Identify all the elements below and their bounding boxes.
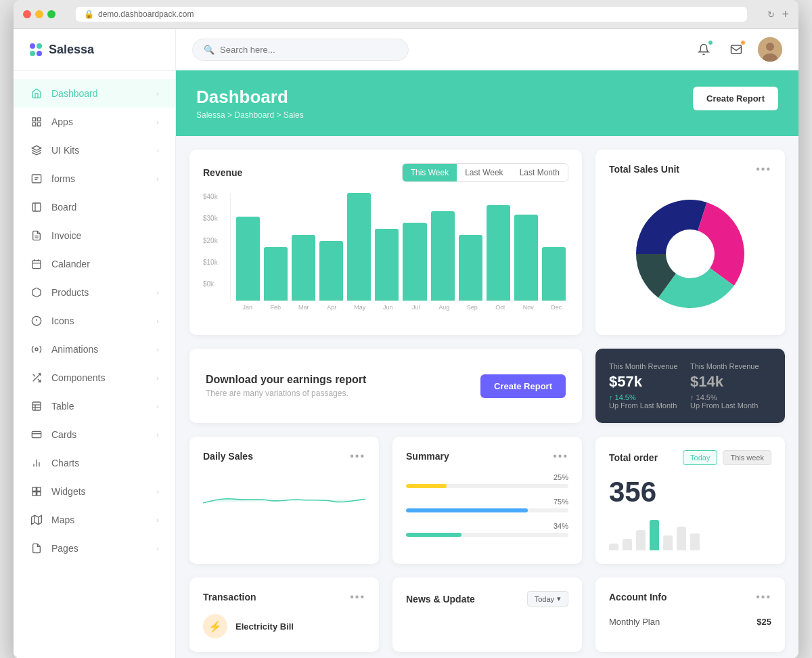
avatar[interactable]: [758, 37, 782, 62]
nav-label: Charts: [51, 458, 79, 468]
bar: [403, 223, 426, 301]
total-order-header: Total order Today This week: [609, 450, 771, 465]
revenue-card-header: Revenue This Week Last Week Last Month: [203, 163, 568, 182]
sidebar-item-calander[interactable]: Calander: [14, 250, 175, 278]
account-plan-row: Monthly Plan $25: [609, 614, 771, 630]
account-card: Account Info ••• Monthly Plan $25: [595, 577, 785, 652]
svg-rect-32: [32, 487, 36, 491]
sidebar-item-products[interactable]: Products ›: [14, 278, 175, 307]
new-tab-button[interactable]: +: [782, 7, 789, 22]
revenue-card: Revenue This Week Last Week Last Month: [189, 150, 582, 335]
summary-items: 25% 75% 34%: [406, 473, 568, 537]
progress-1-percent: 25%: [554, 473, 568, 481]
close-dot[interactable]: [23, 10, 31, 18]
reload-icon[interactable]: ↻: [767, 9, 775, 20]
sidebar-item-apps[interactable]: Apps ›: [14, 108, 175, 136]
mail-badge: [740, 40, 746, 45]
sidebar-item-dashboard[interactable]: Dashboard ›: [14, 79, 175, 108]
sidebar-item-maps[interactable]: Maps ›: [14, 506, 175, 534]
sidebar-item-cards[interactable]: Cards ›: [14, 420, 175, 449]
sidebar-item-table[interactable]: Table ›: [14, 392, 175, 420]
svg-rect-8: [32, 203, 41, 211]
nav-label: Components: [51, 372, 105, 383]
svg-rect-39: [731, 45, 742, 53]
sidebar-item-pages[interactable]: Pages ›: [14, 534, 175, 563]
bell-icon: [698, 43, 710, 56]
nav-label: Products: [51, 287, 89, 298]
minimize-dot[interactable]: [35, 10, 43, 18]
account-header: Account Info •••: [609, 591, 771, 603]
total-order-card: Total order Today This week 356: [595, 437, 785, 564]
main-area: 🔍: [176, 29, 798, 658]
summary-more-button[interactable]: •••: [553, 450, 568, 462]
order-tab-today[interactable]: Today: [683, 450, 717, 465]
line-chart: [203, 480, 365, 521]
daily-sales-more-button[interactable]: •••: [350, 450, 365, 462]
tab-last-month[interactable]: Last Month: [512, 164, 568, 181]
bar-item: [431, 193, 455, 301]
header-banner: Dashboard Salessa > Dashboard > Sales Cr…: [176, 70, 798, 136]
sidebar-item-board[interactable]: Board: [14, 193, 175, 221]
progress-2-percent: 75%: [554, 498, 568, 506]
chevron-right-icon: ›: [156, 431, 159, 439]
pie-card: Total Sales Unit •••: [595, 150, 785, 335]
logo-icon: [30, 43, 43, 57]
sidebar-item-ui-kits[interactable]: UI Kits ›: [14, 136, 175, 164]
news-filter-button[interactable]: Today ▾: [527, 591, 568, 607]
bar: [459, 235, 482, 301]
nav-items: Dashboard › Apps › UI Kits › forms › Boa…: [14, 71, 175, 658]
sidebar-item-components[interactable]: Components ›: [14, 364, 175, 392]
svg-rect-2: [32, 123, 36, 126]
bar: [264, 247, 288, 301]
daily-sales-title: Daily Sales: [203, 451, 253, 462]
mail-button[interactable]: [725, 39, 747, 60]
nav-label: Cards: [51, 429, 76, 440]
header-info: Dashboard Salessa > Dashboard > Sales: [196, 87, 304, 120]
sidebar-item-charts[interactable]: Charts: [14, 449, 175, 477]
sidebar-item-icons[interactable]: Icons ›: [14, 307, 175, 335]
top-row: Revenue This Week Last Week Last Month: [189, 150, 785, 335]
bar: [347, 193, 371, 301]
news-header: News & Update Today ▾: [406, 591, 568, 607]
chevron-right-icon: ›: [156, 89, 159, 97]
revenue-title: Revenue: [203, 167, 242, 178]
search-box[interactable]: 🔍: [192, 39, 409, 61]
bar-item: [403, 193, 426, 301]
notification-button[interactable]: [693, 39, 715, 60]
tab-last-week[interactable]: Last Week: [457, 164, 511, 181]
progress-3-percent: 34%: [554, 522, 568, 530]
bar-item: [292, 193, 315, 301]
transaction-title: Transaction: [203, 592, 256, 602]
lock-icon: 🔒: [84, 9, 94, 19]
sidebar-item-forms[interactable]: forms ›: [14, 164, 175, 193]
nav-label: UI Kits: [51, 145, 79, 156]
svg-rect-12: [32, 261, 41, 269]
maximize-dot[interactable]: [47, 10, 55, 18]
progress-bar-2: [406, 508, 528, 512]
x-label: Sep: [460, 304, 484, 311]
sidebar-item-animations[interactable]: Animations ›: [14, 335, 175, 364]
plan-value: $25: [757, 617, 771, 627]
x-label: Jul: [404, 304, 428, 311]
nav-label: Widgets: [51, 486, 86, 497]
mail-icon: [730, 43, 742, 56]
sidebar-item-invoice[interactable]: Invoice: [14, 221, 175, 250]
bottom-row: Daily Sales •••: [189, 437, 785, 564]
tab-this-week[interactable]: This Week: [403, 164, 457, 181]
address-bar[interactable]: 🔒 demo.dashboardpack.com: [76, 7, 747, 22]
nav-label: Animations: [51, 344, 98, 355]
pie-more-button[interactable]: •••: [756, 163, 771, 175]
account-more-button[interactable]: •••: [756, 591, 771, 603]
logo-dot-1: [30, 43, 35, 49]
bar-item: [375, 193, 399, 301]
total-order-title: Total order: [609, 452, 658, 463]
earnings-create-report-button[interactable]: Create Report: [480, 374, 566, 398]
transaction-more-button[interactable]: •••: [350, 591, 365, 603]
search-input[interactable]: [220, 45, 397, 55]
transaction-item: ⚡ Electricity Bill: [203, 614, 365, 638]
sidebar-item-widgets[interactable]: Widgets ›: [14, 477, 175, 506]
nav-label: forms: [51, 173, 75, 184]
order-tab-week[interactable]: This week: [723, 450, 771, 465]
y-label: $20k: [203, 237, 218, 244]
create-report-button[interactable]: Create Report: [693, 87, 778, 110]
